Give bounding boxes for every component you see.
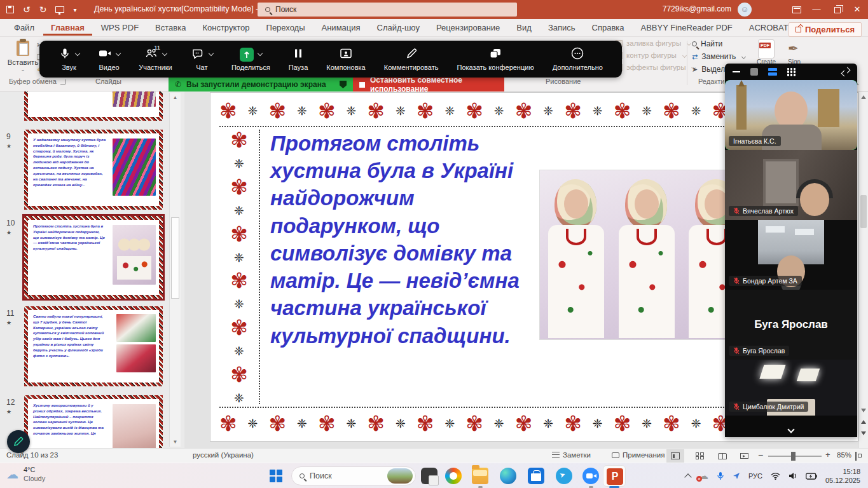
pdf-sign-button[interactable]: Sign xyxy=(786,39,803,65)
scroll-down-arrow[interactable]: ▼ xyxy=(170,439,181,445)
weather-widget[interactable]: ☁ 4°CCloudy xyxy=(6,466,45,484)
scroll-down-icon[interactable] xyxy=(861,409,866,412)
tab-слайд-шоу[interactable]: Слайд-шоу xyxy=(369,20,427,36)
location-in-use-icon[interactable] xyxy=(733,472,740,480)
zoom-app-icon[interactable] xyxy=(582,468,599,484)
paste-button[interactable]: Вставить ⌄ xyxy=(6,41,39,72)
chevron-down-icon[interactable] xyxy=(75,51,80,56)
comments-toggle[interactable]: Примечания xyxy=(612,451,665,459)
participant-tile-цимбалюк-дмитрий[interactable]: Цимбалюк Дмитрий xyxy=(725,360,857,416)
chevron-down-icon[interactable] xyxy=(209,51,214,56)
undo-icon[interactable]: ↺ xyxy=(23,4,31,15)
collapse-participants-chevron[interactable] xyxy=(725,423,857,435)
main-scrollbar[interactable] xyxy=(858,92,868,448)
powerpoint-taskbar-button[interactable]: P xyxy=(603,465,626,487)
participant-tile-бондар-артем-за[interactable]: Бондар Артем ЗА xyxy=(725,220,857,290)
task-view-button[interactable] xyxy=(421,468,437,484)
redo-icon[interactable]: ↻ xyxy=(39,4,47,15)
single-view-icon[interactable] xyxy=(750,68,758,76)
chevron-down-icon[interactable] xyxy=(116,51,121,56)
language-indicator[interactable]: русский (Украина) xyxy=(193,451,254,459)
tab-запись[interactable]: Запись xyxy=(541,20,583,36)
meeting-button-компоновка[interactable]: Компоновка xyxy=(326,48,365,71)
zoom-level[interactable]: 85% xyxy=(837,451,851,459)
taskbar-search-input[interactable]: Поиск xyxy=(291,466,416,485)
main-scrollbar-thumb[interactable] xyxy=(860,195,867,228)
minimize-button[interactable]: — xyxy=(806,0,827,19)
tab-wps-pdf[interactable]: WPS PDF xyxy=(93,20,146,36)
clock[interactable]: 15:1805.12.2025 xyxy=(825,467,860,485)
tab-вставка[interactable]: Вставка xyxy=(148,20,193,36)
telegram-icon[interactable] xyxy=(556,468,572,484)
tab-abbyy-finereader-pdf[interactable]: ABBYY FineReader PDF xyxy=(633,20,740,36)
chevron-down-icon[interactable] xyxy=(258,51,263,56)
meeting-button-видео[interactable]: Видео xyxy=(98,48,120,71)
tab-вид[interactable]: Вид xyxy=(509,20,539,36)
slide-sorter-view-button[interactable] xyxy=(691,449,708,463)
meeting-button-дополнительно[interactable]: Дополнительно xyxy=(553,48,603,71)
dialog-launcher-icon[interactable] xyxy=(60,79,65,85)
tab-анимация[interactable]: Анимация xyxy=(314,20,368,36)
meeting-button-комментировать[interactable]: Комментировать xyxy=(384,48,439,71)
shape-tool-заливка-фигуры[interactable]: заливка фигуры xyxy=(616,39,695,47)
notes-toggle[interactable]: Заметки xyxy=(552,451,591,459)
meeting-button-чат[interactable]: Чат xyxy=(191,48,213,71)
chevron-down-icon[interactable] xyxy=(162,51,167,56)
replace-button[interactable]: ⇄Заменить xyxy=(692,52,745,61)
account-email[interactable]: 7729iks@gmail.com xyxy=(663,4,731,13)
ribbon-search-input[interactable]: Поиск xyxy=(258,3,517,17)
scrollbar-thumb[interactable] xyxy=(171,217,179,299)
shape-tool-эффекты-фигуры[interactable]: эффекты фигуры xyxy=(616,64,695,71)
close-button[interactable]: ✕ xyxy=(846,0,868,19)
zoom-in-button[interactable]: + xyxy=(825,450,830,459)
stop-share-button[interactable]: Остановить совместное использование xyxy=(353,78,504,92)
zoom-out-button[interactable]: − xyxy=(758,450,763,460)
tab-acrobat[interactable]: ACROBAT xyxy=(741,20,796,36)
zoom-slider[interactable] xyxy=(768,456,822,457)
find-button[interactable]: Найти xyxy=(692,39,745,48)
search-highlight-image[interactable] xyxy=(387,468,413,484)
participant-tile-буга-ярослав[interactable]: Буга ЯрославБуга Ярослав xyxy=(725,290,857,360)
normal-view-button[interactable] xyxy=(666,449,684,463)
security-shield-icon[interactable] xyxy=(340,81,347,88)
save-icon[interactable] xyxy=(6,6,14,13)
language-switcher[interactable]: РУС xyxy=(748,472,762,480)
pdf-create-button[interactable]: PDF Create xyxy=(757,39,776,65)
minimize-videos-icon[interactable] xyxy=(733,71,740,72)
wifi-icon[interactable] xyxy=(771,472,780,480)
tab-рецензирование[interactable]: Рецензирование xyxy=(429,20,507,36)
start-slideshow-icon[interactable] xyxy=(55,6,64,13)
onedrive-icon[interactable]: ☁✕ xyxy=(699,470,708,482)
tab-конструктор[interactable]: Конструктор xyxy=(195,20,257,36)
edge-browser-icon[interactable] xyxy=(500,468,516,484)
scroll-up-arrow[interactable]: ▲ xyxy=(170,95,181,100)
copilot-icon[interactable] xyxy=(445,468,462,484)
tab-главная[interactable]: Главная xyxy=(43,20,92,36)
slide-thumbnail-partial[interactable]: українців настільки різноманітне, як і р… xyxy=(24,92,163,121)
start-button[interactable] xyxy=(270,470,282,482)
slide-thumbnail-11[interactable]: Свято набуло такої популярності, що 7 гр… xyxy=(24,306,163,386)
meeting-button-участники[interactable]: 11Участники xyxy=(139,48,172,71)
tray-overflow-chevron[interactable] xyxy=(684,473,691,480)
battery-charging-icon[interactable] xyxy=(806,473,817,480)
tab-переходы[interactable]: Переходы xyxy=(259,20,313,36)
paste-dropdown-chevron[interactable]: ⌄ xyxy=(6,66,39,72)
meeting-button-показать-конференцию[interactable]: Показать конференцию xyxy=(457,48,534,71)
customize-quick-access-icon[interactable]: ▾ xyxy=(73,6,76,13)
shape-tool-контур-фигуры[interactable]: контур фигуры xyxy=(616,51,695,59)
meeting-button-пауза[interactable]: Пауза xyxy=(289,48,308,71)
gallery-view-icon[interactable] xyxy=(787,68,796,76)
slide-text[interactable]: Протягом століть хустина була в Україні … xyxy=(270,130,525,349)
reading-view-button[interactable] xyxy=(713,449,731,463)
file-explorer-icon[interactable] xyxy=(472,468,488,484)
slide-thumbnail-9[interactable]: У недалекому минулому хустка була необхі… xyxy=(24,130,163,210)
previous-slide-button[interactable] xyxy=(861,420,866,424)
microsoft-store-icon[interactable] xyxy=(528,468,544,484)
zoom-slider-thumb[interactable] xyxy=(791,452,796,461)
meeting-button-звук[interactable]: Звук xyxy=(59,48,79,71)
slide-thumbnail-12[interactable]: Хустину використовували й у різних обряд… xyxy=(24,395,163,448)
restore-button[interactable] xyxy=(826,0,848,19)
participant-tile-вячеслав-артюх[interactable]: Вячеслав Артюх xyxy=(725,150,857,220)
slideshow-view-button[interactable] xyxy=(735,449,753,463)
slides-panel-scrollbar[interactable]: ▲ ▼ xyxy=(169,93,181,447)
